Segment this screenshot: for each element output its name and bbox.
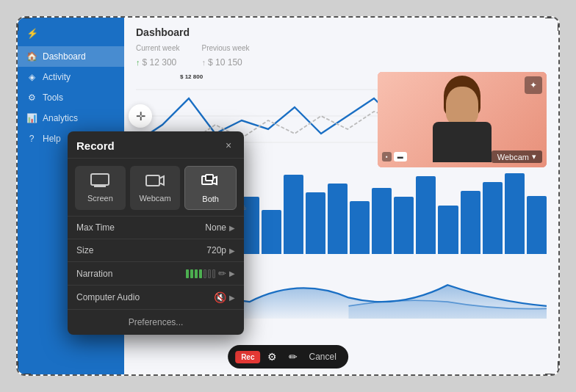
- previous-week-value: ↑ $ 10 150: [201, 52, 249, 69]
- cancel-button[interactable]: Cancel: [305, 349, 341, 364]
- webcam-controls: ▪ ▬ Webcam ▾: [382, 150, 542, 163]
- webcam-dropdown-icon[interactable]: ▾: [532, 152, 536, 161]
- home-icon: 🏠: [26, 51, 37, 62]
- screen-icon: [90, 173, 109, 190]
- move-handle[interactable]: ✛: [129, 104, 152, 128]
- current-week-value: ↑ $ 12 300: [136, 52, 179, 69]
- settings-toolbar-button[interactable]: ⚙: [264, 348, 281, 366]
- current-week-label: Current week: [136, 44, 179, 52]
- bar-7: [284, 175, 303, 254]
- narration-seg-7: [212, 269, 215, 278]
- webcam-size-small[interactable]: ▪: [382, 152, 392, 161]
- settings-row-max-time: Max Time None ▶: [68, 217, 244, 239]
- current-week-prefix: ↑: [136, 58, 143, 67]
- bar-16: [483, 182, 503, 254]
- webcam-icon: [145, 173, 165, 190]
- bottom-toolbar: Rec ⚙ ✏ Cancel: [228, 345, 348, 369]
- webcam-size-medium[interactable]: ▬: [394, 152, 407, 161]
- narration-level: [186, 269, 215, 278]
- svg-rect-10: [206, 175, 213, 181]
- mode-screen-label: Screen: [87, 194, 113, 203]
- narration-seg-2: [190, 269, 193, 278]
- bar-12: [394, 197, 414, 254]
- max-time-label: Max Time: [76, 222, 205, 233]
- record-title: Record: [76, 139, 115, 152]
- move-icon: ✛: [136, 109, 145, 123]
- webcam-edit-button[interactable]: ✦: [525, 76, 542, 94]
- bar-14: [438, 206, 458, 254]
- narration-seg-5: [204, 269, 206, 278]
- svg-marker-7: [159, 176, 164, 185]
- settings-row-narration: Narration ✏ ▶: [68, 262, 244, 286]
- bar-13: [416, 176, 436, 254]
- bar-9: [328, 184, 348, 254]
- settings-rows: Max Time None ▶ Size 720p ▶ Narration: [68, 217, 244, 309]
- bar-8: [306, 192, 325, 254]
- corner-tr: [545, 16, 560, 31]
- svg-rect-6: [146, 175, 159, 186]
- narration-seg-4: [199, 269, 202, 278]
- stats-row: Current week ↑ $ 12 300 Previous week ↑ …: [136, 44, 547, 69]
- max-time-arrow[interactable]: ▶: [229, 224, 235, 232]
- corner-tl: [16, 16, 31, 31]
- corner-br: [545, 361, 560, 376]
- sidebar-label-dashboard: Dashboard: [43, 51, 86, 62]
- narration-arrow[interactable]: ▶: [229, 269, 235, 277]
- narration-settings-icon[interactable]: ✏: [218, 268, 226, 279]
- sidebar-item-activity[interactable]: ◈ Activity: [18, 67, 124, 87]
- sidebar-label-analytics: Analytics: [43, 113, 78, 123]
- narration-seg-1: [186, 269, 189, 278]
- narration-seg-6: [208, 269, 211, 278]
- mode-webcam-button[interactable]: Webcam: [130, 166, 181, 210]
- bar-10: [350, 201, 370, 254]
- edit-toolbar-button[interactable]: ✏: [284, 348, 302, 366]
- main-window: ⚡ 🏠 Dashboard ◈ Activity ⚙ Tools 📊 Analy…: [16, 16, 560, 376]
- sidebar-item-analytics[interactable]: 📊 Analytics: [18, 108, 124, 128]
- rec-button[interactable]: Rec: [235, 351, 260, 363]
- mode-both-label: Both: [202, 195, 219, 203]
- max-time-value: None: [205, 222, 226, 233]
- previous-week-stat: Previous week ↑ $ 10 150: [201, 44, 249, 69]
- help-icon: ?: [26, 134, 37, 144]
- bar-6: [262, 210, 281, 254]
- previous-week-prefix: ↑: [201, 58, 208, 67]
- sidebar-logo: ⚡: [18, 23, 124, 46]
- mode-webcam-label: Webcam: [139, 194, 170, 203]
- webcam-preview: ✦ ▪ ▬ Webcam ▾: [378, 72, 547, 167]
- settings-row-computer-audio: Computer Audio 🔇 ▶: [68, 286, 244, 309]
- bar-18: [527, 196, 547, 254]
- size-label: Size: [76, 245, 206, 255]
- current-week-stat: Current week ↑ $ 12 300: [136, 44, 179, 69]
- record-header: Record ×: [68, 131, 244, 159]
- bar-17: [505, 173, 525, 254]
- previous-week-label: Previous week: [201, 44, 249, 52]
- tools-icon: ⚙: [26, 92, 37, 103]
- audio-mute-icon: 🔇: [214, 291, 226, 303]
- webcam-label: Webcam ▾: [492, 150, 542, 163]
- narration-seg-3: [195, 269, 198, 278]
- bar-15: [461, 191, 480, 254]
- computer-audio-label: Computer Audio: [76, 292, 214, 302]
- narration-label: Narration: [76, 269, 186, 279]
- sidebar-item-dashboard[interactable]: 🏠 Dashboard: [18, 46, 124, 67]
- size-arrow[interactable]: ▶: [229, 247, 235, 255]
- both-icon: [201, 174, 220, 191]
- preferences-button[interactable]: Preferences...: [68, 309, 244, 335]
- size-value: 720p: [206, 245, 226, 255]
- analytics-icon: 📊: [26, 113, 37, 123]
- sidebar-label-tools: Tools: [43, 92, 63, 103]
- sidebar-label-help: Help: [43, 134, 61, 144]
- record-dialog: Record × Screen: [68, 131, 244, 335]
- settings-row-size: Size 720p ▶: [68, 239, 244, 262]
- sidebar-label-activity: Activity: [43, 72, 71, 82]
- mode-screen-button[interactable]: Screen: [75, 166, 126, 210]
- computer-audio-arrow[interactable]: ▶: [229, 294, 235, 302]
- activity-icon: ◈: [26, 72, 37, 82]
- mode-both-button[interactable]: Both: [184, 166, 237, 210]
- svg-rect-3: [91, 174, 109, 185]
- record-close-button[interactable]: ×: [222, 139, 235, 152]
- record-modes: Screen Webcam: [68, 159, 244, 217]
- webcam-size-buttons: ▪ ▬: [382, 152, 407, 161]
- sidebar-item-tools[interactable]: ⚙ Tools: [18, 87, 124, 108]
- dashboard-title: Dashboard: [136, 26, 547, 38]
